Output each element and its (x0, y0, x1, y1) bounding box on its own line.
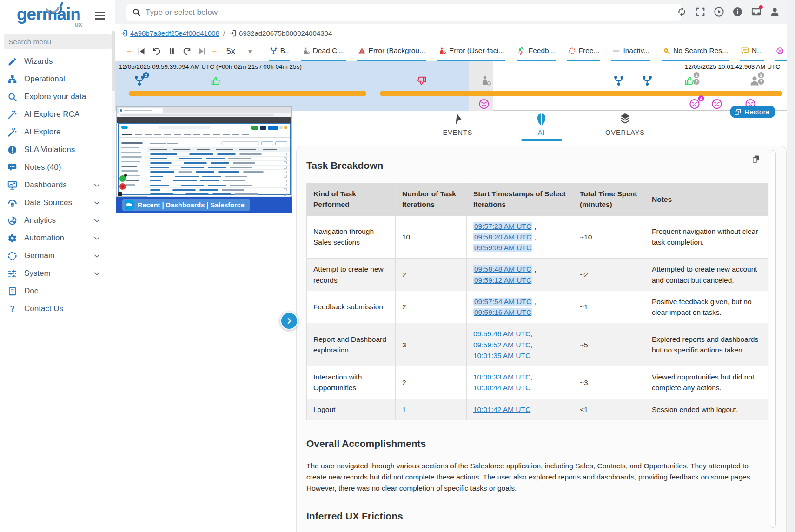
inferred-ux-frictions-title: Inferred UX Frictions (306, 511, 786, 522)
sidebar-item-data-sources[interactable]: Data Sources (0, 194, 115, 212)
replay-stamp (118, 192, 122, 196)
sidebar-item-contact-us[interactable]: ?Contact Us (0, 300, 115, 318)
info-filled-icon[interactable] (732, 7, 743, 17)
sidebar-item-ai-explore[interactable]: AI Explore (0, 123, 115, 141)
timestamp-link[interactable]: 10:01:42 AM UTC (473, 406, 530, 413)
skip-to-end-button[interactable] (198, 47, 207, 56)
timeline-activity-bar[interactable] (129, 91, 366, 96)
chip-warning[interactable]: Error (Backgrou... (357, 42, 426, 61)
germain-logo[interactable]: germain ux (17, 4, 80, 25)
hamburger-menu-icon[interactable] (95, 10, 105, 21)
timestamp-link[interactable]: 09:59:09 AM UTC (473, 244, 532, 252)
copy-icon[interactable] (751, 154, 761, 164)
timestamp-link[interactable]: 09:57:23 AM UTC (473, 222, 532, 230)
chip-label: No Search Res... (673, 47, 728, 55)
speed-select[interactable]: 5x ▼ (226, 47, 253, 56)
timestamp-link[interactable]: 10:01:35 AM UTC (473, 352, 530, 359)
tab-ai[interactable]: AI (514, 112, 569, 141)
trim-end-handle[interactable]: – (210, 47, 219, 56)
inbox-icon[interactable] (751, 7, 762, 17)
session-timeline[interactable]: 12/05/2025 09:59:39.094 AM UTC (+00h 02m… (115, 61, 787, 111)
sidebar-item-system[interactable]: System (0, 265, 115, 282)
timeline-marker-rage[interactable]: 4 (689, 98, 701, 112)
timeline-marker-branch[interactable] (641, 75, 653, 88)
sidebar-item-sla-violations[interactable]: SLA Violations (0, 141, 115, 159)
sliders-icon (7, 269, 17, 279)
timeline-end-label: 12/05/2025 10:01:42.963 AM UTC (685, 63, 780, 70)
sidebar-search[interactable] (4, 34, 112, 49)
timeline-marker-branch[interactable]: 2 (133, 75, 145, 88)
timestamp-link[interactable]: 09:58:20 AM UTC (473, 233, 532, 241)
page-caption[interactable]: Recent | Dashboards | Salesforce (122, 199, 250, 211)
timeline-marker-rage[interactable] (478, 98, 490, 112)
breadcrumb-session-link[interactable]: 4a98b7a3edf25e4f00d41008 (130, 29, 219, 37)
timeline-marker-thumb-up[interactable]: 2? (684, 75, 696, 88)
timestamp-link[interactable]: 09:59:16 AM UTC (473, 308, 532, 316)
timestamps-cell: 09:59:46 AM UTC,09:59:52 AM UTC,10:01:35… (467, 323, 573, 366)
replay-viewport[interactable]: Recent | Dashboards | Salesforce (116, 106, 292, 213)
fullscreen-icon[interactable] (695, 7, 706, 17)
person-icon[interactable] (769, 7, 780, 17)
global-search[interactable] (126, 4, 681, 21)
sidebar-item-wizards[interactable]: Wizards (0, 53, 115, 70)
play-circle-icon[interactable] (714, 7, 724, 17)
timeline-marker-dead-click[interactable] (480, 75, 492, 88)
page-login-icon (229, 29, 237, 37)
tab-events[interactable]: EVENTS (431, 112, 485, 141)
timeline-marker-thumb-up[interactable] (210, 75, 222, 88)
sidebar-item-doc[interactable]: Doc (0, 282, 115, 300)
timestamp-link[interactable]: 09:59:52 AM UTC (473, 341, 530, 349)
timeline-marker-person[interactable]: 2? (749, 75, 760, 88)
chip-feedback[interactable]: Feedb... (517, 42, 556, 61)
breadcrumb-separator: / (223, 29, 225, 37)
task-breakdown-title: Task Breakdown (306, 160, 786, 171)
sidebar-search-input[interactable] (4, 38, 112, 46)
thumb-up-icon (210, 75, 222, 86)
refresh-icon[interactable] (676, 7, 687, 17)
topbar (115, 0, 795, 24)
analytics-icon (7, 216, 17, 226)
chevron-down-icon (93, 252, 101, 260)
skip-to-start-button[interactable] (136, 47, 146, 56)
chip-dead-click[interactable]: Error (User-faci... (437, 42, 505, 61)
timeline-marker-branch[interactable] (613, 75, 625, 88)
panel-scrollbar[interactable] (770, 150, 776, 528)
chip-branch[interactable]: B.. (269, 42, 290, 61)
trim-start-handle[interactable]: – (125, 47, 133, 56)
chip-freeze[interactable]: Free... (567, 42, 601, 61)
timeline-activity-bar[interactable] (380, 91, 782, 96)
page-scrollbar[interactable] (787, 0, 795, 532)
restore-button[interactable]: Restore (730, 106, 775, 118)
global-search-input[interactable] (146, 8, 676, 17)
pause-button[interactable] (167, 47, 177, 56)
sidebar-item-notes-40-[interactable]: Notes (40) (0, 159, 115, 176)
timeline-marker-rage[interactable] (711, 98, 722, 112)
chip-note[interactable]: N... (740, 42, 764, 61)
forward-button[interactable] (182, 47, 192, 56)
chip-dead-click[interactable]: Dead Cl... (301, 42, 346, 61)
timestamp-link[interactable]: 10:00:44 AM UTC (473, 384, 530, 392)
sidebar-item-automation[interactable]: Automation (0, 229, 115, 247)
sidebar-item-dashboards[interactable]: Dashboards (0, 176, 115, 194)
tab-active-indicator (521, 139, 562, 141)
sidebar-item-operational[interactable]: Operational (0, 70, 115, 88)
chip-no-search[interactable]: No Search Res... (662, 42, 729, 61)
timestamp-link[interactable]: 09:57:54 AM UTC (473, 298, 532, 306)
timestamp-link[interactable]: 09:58:48 AM UTC (473, 265, 532, 273)
replay-screenshot[interactable] (116, 106, 292, 197)
expand-panel-button[interactable] (280, 312, 298, 330)
sidebar-item-analytics[interactable]: Analytics (0, 212, 115, 229)
dashed-circle-icon (7, 251, 17, 261)
tab-overlays[interactable]: OVERLAYS (598, 112, 653, 141)
tab-label: OVERLAYS (605, 129, 645, 136)
sidebar-item-explore-your-data[interactable]: Explore your data (0, 88, 115, 106)
rewind-button[interactable] (152, 47, 161, 56)
sidebar-item-germain[interactable]: Germain (0, 247, 115, 265)
sidebar-scrollbar[interactable] (112, 31, 115, 189)
sidebar-item-ai-explore-rca[interactable]: AI Explore RCA (0, 106, 115, 123)
timestamp-link[interactable]: 10:00:33 AM UTC (473, 373, 530, 381)
chip-inactivity[interactable]: Inactiv... (611, 42, 650, 61)
timestamp-link[interactable]: 09:59:12 AM UTC (473, 276, 532, 284)
timeline-marker-thumb-down[interactable] (416, 75, 427, 88)
timestamp-link[interactable]: 09:59:46 AM UTC (473, 330, 530, 338)
